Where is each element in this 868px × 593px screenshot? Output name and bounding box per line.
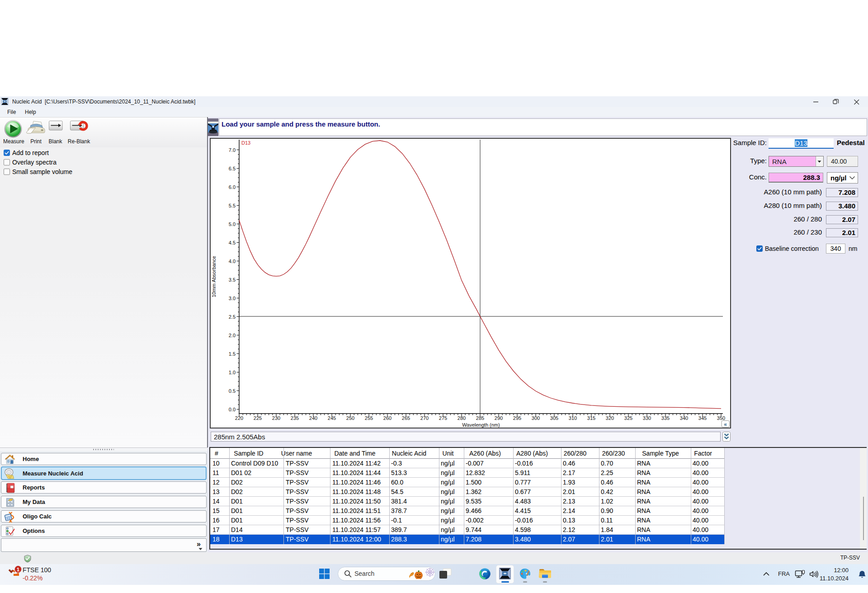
svg-text:5.0: 5.0 xyxy=(229,221,236,227)
svg-text:250: 250 xyxy=(346,415,354,421)
svg-text:1: 1 xyxy=(17,567,20,572)
svg-text:6.0: 6.0 xyxy=(229,184,236,190)
svg-text:345: 345 xyxy=(698,415,707,421)
svg-text:1.0: 1.0 xyxy=(229,370,236,375)
svg-text:D13: D13 xyxy=(241,140,250,146)
svg-text:310: 310 xyxy=(569,415,577,421)
svg-text:3.5: 3.5 xyxy=(229,277,236,282)
svg-text:2.5: 2.5 xyxy=(229,314,236,320)
svg-text:230: 230 xyxy=(272,415,280,421)
svg-text:245: 245 xyxy=(328,415,336,421)
svg-text:3.0: 3.0 xyxy=(229,296,236,301)
svg-text:270: 270 xyxy=(420,415,429,421)
svg-text:350: 350 xyxy=(717,415,725,421)
svg-text:Wavelength (nm): Wavelength (nm) xyxy=(462,422,500,428)
svg-text:235: 235 xyxy=(291,415,299,421)
svg-text:0.0: 0.0 xyxy=(229,407,236,412)
svg-text:4.5: 4.5 xyxy=(229,240,236,245)
svg-text:335: 335 xyxy=(661,415,670,421)
svg-text:265: 265 xyxy=(402,415,410,421)
svg-text:6.5: 6.5 xyxy=(229,166,236,171)
svg-text:275: 275 xyxy=(439,415,447,421)
svg-text:4.0: 4.0 xyxy=(229,259,236,264)
svg-text:320: 320 xyxy=(606,415,614,421)
svg-text:240: 240 xyxy=(309,415,317,421)
svg-text:0.5: 0.5 xyxy=(229,388,236,394)
svg-text:295: 295 xyxy=(513,415,521,421)
svg-text:300: 300 xyxy=(532,415,540,421)
svg-text:220: 220 xyxy=(235,415,243,421)
svg-text:7.0: 7.0 xyxy=(229,147,236,153)
svg-text:330: 330 xyxy=(643,415,651,421)
svg-text:285: 285 xyxy=(476,415,484,421)
svg-text:10mm Absorbance: 10mm Absorbance xyxy=(211,256,217,297)
svg-text:340: 340 xyxy=(680,415,688,421)
svg-text:280: 280 xyxy=(458,415,466,421)
svg-text:290: 290 xyxy=(495,415,503,421)
svg-text:5.5: 5.5 xyxy=(229,203,236,208)
svg-text:315: 315 xyxy=(587,415,595,421)
svg-text:1.5: 1.5 xyxy=(229,351,236,357)
svg-text:«: « xyxy=(724,421,727,428)
svg-text:305: 305 xyxy=(550,415,558,421)
svg-text:260: 260 xyxy=(383,415,392,421)
svg-text:325: 325 xyxy=(624,415,632,421)
svg-text:255: 255 xyxy=(365,415,373,421)
svg-text:225: 225 xyxy=(254,415,262,421)
svg-text:2.0: 2.0 xyxy=(229,333,236,338)
